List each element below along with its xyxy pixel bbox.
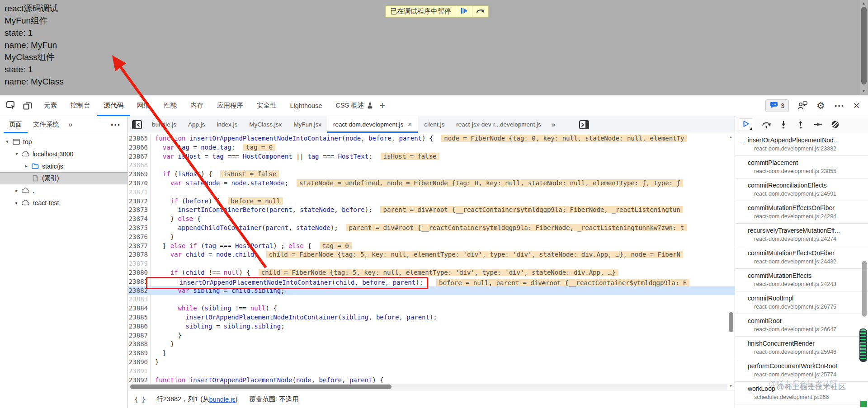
line-number[interactable]: 23866 bbox=[128, 143, 151, 152]
source-map-link[interactable]: bundle.js bbox=[209, 396, 236, 403]
editor-tab-6[interactable]: client.js bbox=[418, 116, 450, 133]
page-scrollbar-thumb[interactable] bbox=[861, 7, 867, 84]
line-number[interactable]: 23873 bbox=[128, 206, 151, 215]
expander-closed-icon[interactable] bbox=[13, 188, 20, 193]
hide-navigator-icon[interactable] bbox=[132, 120, 142, 129]
scroll-up-icon[interactable] bbox=[727, 134, 735, 140]
callstack-frame[interactable]: finishConcurrentRenderreact-dom.developm… bbox=[735, 337, 868, 359]
main-tab-5[interactable]: 内存 bbox=[184, 95, 210, 116]
resume-button[interactable] bbox=[456, 6, 472, 17]
main-tab-2[interactable]: 源代码 bbox=[97, 95, 131, 116]
scroll-down-icon[interactable] bbox=[860, 88, 868, 94]
line-number[interactable]: 23885 bbox=[128, 313, 151, 322]
editor-tab-7[interactable]: react-jsx-dev-r...development.js bbox=[450, 116, 547, 133]
editor-tab-4[interactable]: MyFun.jsx bbox=[288, 116, 327, 133]
editor-tab-0[interactable]: bundle.js bbox=[146, 116, 182, 133]
sidebar-tree-item[interactable]: react-test bbox=[0, 197, 127, 209]
scroll-down-icon[interactable] bbox=[727, 383, 735, 389]
expander-closed-icon[interactable] bbox=[23, 163, 30, 169]
line-number[interactable]: 23875 bbox=[128, 224, 151, 233]
resume-script-button[interactable] bbox=[739, 118, 753, 131]
callstack-frame[interactable]: commitMutationEffectsreact-dom.developme… bbox=[735, 269, 868, 291]
feedback-icon[interactable] bbox=[797, 101, 807, 110]
callstack-frame[interactable]: commitRootImplreact-dom.development.js:2… bbox=[735, 291, 868, 314]
deactivate-breakpoints-icon[interactable] bbox=[826, 120, 844, 129]
code-horizontal-scrollbar[interactable] bbox=[128, 384, 727, 390]
navigator-more-icon[interactable] bbox=[110, 119, 120, 131]
editor-tab-5[interactable]: react-dom.development.js bbox=[327, 116, 418, 133]
step-button[interactable] bbox=[472, 6, 488, 17]
line-number[interactable]: 23886 bbox=[128, 322, 151, 331]
more-options-icon[interactable] bbox=[834, 100, 844, 112]
line-number[interactable]: 23865 bbox=[128, 134, 151, 143]
line-number[interactable]: 23883 bbox=[128, 295, 151, 304]
sidebar-tree-item[interactable]: static/js bbox=[0, 160, 127, 172]
line-number[interactable]: 23876 bbox=[128, 233, 151, 242]
more-editor-tabs-icon[interactable] bbox=[547, 120, 560, 129]
pretty-print-icon[interactable] bbox=[134, 396, 146, 403]
line-number[interactable]: 23884 bbox=[128, 304, 151, 313]
device-toolbar-icon[interactable] bbox=[21, 99, 34, 113]
show-debugger-panel-icon[interactable] bbox=[579, 120, 589, 129]
main-tab-6[interactable]: 应用程序 bbox=[210, 95, 250, 116]
callstack-frame[interactable]: commitRootreact-dom.development.js:26647 bbox=[735, 314, 868, 337]
line-number[interactable]: 23867 bbox=[128, 152, 151, 161]
sidebar-tree-item[interactable]: localhost:3000 bbox=[0, 148, 127, 160]
main-tab-4[interactable]: 性能 bbox=[157, 95, 184, 116]
step-icon[interactable] bbox=[809, 122, 826, 127]
console-messages-badge[interactable]: 3 bbox=[765, 99, 789, 112]
callstack-frame[interactable]: performConcurrentWorkOnRootreact-dom.dev… bbox=[735, 359, 868, 382]
main-tab-9[interactable]: CSS 概述 bbox=[329, 95, 371, 116]
editor-tab-1[interactable]: App.js bbox=[182, 116, 211, 133]
close-tab-icon[interactable] bbox=[407, 121, 412, 128]
line-number[interactable]: 23874 bbox=[128, 215, 151, 224]
callstack-frame[interactable]: commitReconciliationEffectsreact-dom.dev… bbox=[735, 178, 868, 201]
inspect-element-icon[interactable] bbox=[5, 99, 18, 113]
callstack-frame[interactable]: recursivelyTraverseMutationEff...react-d… bbox=[735, 224, 868, 246]
page-scrollbar[interactable] bbox=[860, 0, 868, 94]
line-number[interactable]: 23887 bbox=[128, 331, 151, 340]
more-navigator-tabs-icon[interactable] bbox=[65, 120, 76, 129]
editor-tab-3[interactable]: MyClass.jsx bbox=[243, 116, 288, 133]
line-number[interactable]: 23888 bbox=[128, 340, 151, 349]
expander-closed-icon[interactable] bbox=[13, 200, 20, 206]
main-tab-0[interactable]: 元素 bbox=[37, 95, 64, 116]
sidebar-tree-item[interactable]: top bbox=[0, 136, 127, 148]
step-over-icon[interactable] bbox=[758, 121, 775, 128]
line-number[interactable]: 23891 bbox=[128, 367, 151, 376]
line-number[interactable]: 23871 bbox=[128, 188, 151, 197]
line-number[interactable]: 23877 bbox=[128, 242, 151, 251]
code-vertical-scrollbar[interactable] bbox=[727, 133, 735, 390]
navigator-tab-0[interactable]: 页面 bbox=[4, 116, 28, 133]
sidebar-tree-item[interactable]: (索引) bbox=[0, 172, 127, 184]
expander-open-icon[interactable] bbox=[4, 139, 11, 145]
more-tools-plus-icon[interactable] bbox=[374, 100, 391, 112]
line-number[interactable]: 23870 bbox=[128, 179, 151, 188]
close-devtools-icon[interactable] bbox=[853, 101, 860, 111]
step-out-icon[interactable] bbox=[792, 121, 809, 129]
callstack-scrollbar-thumb[interactable] bbox=[862, 261, 867, 317]
callstack-frame[interactable]: commitMutationEffectsOnFiberreact-dom.de… bbox=[735, 201, 868, 224]
sidebar-tree-item[interactable]: . bbox=[0, 184, 127, 197]
step-into-icon[interactable] bbox=[775, 121, 792, 129]
callstack-frame[interactable]: insertOrAppendPlacementNod...react-dom.d… bbox=[735, 133, 868, 156]
line-number[interactable]: 23878 bbox=[128, 250, 151, 259]
gear-icon[interactable] bbox=[816, 100, 825, 111]
line-number[interactable]: 23868 bbox=[128, 161, 151, 170]
editor-tab-2[interactable]: index.js bbox=[211, 116, 244, 133]
line-number[interactable]: 23879 bbox=[128, 259, 151, 268]
code-vscroll-thumb[interactable] bbox=[729, 312, 733, 332]
main-tab-1[interactable]: 控制台 bbox=[64, 95, 97, 116]
callstack-frame[interactable]: commitPlacementreact-dom.development.js:… bbox=[735, 156, 868, 178]
line-number[interactable]: 23869 bbox=[128, 170, 151, 179]
code-hscroll-thumb[interactable] bbox=[130, 385, 392, 389]
line-number[interactable]: 23880 bbox=[128, 268, 151, 277]
line-number[interactable]: 23872 bbox=[128, 197, 151, 206]
line-number[interactable]: 23890 bbox=[128, 358, 151, 367]
navigator-tab-1[interactable]: 文件系统 bbox=[28, 116, 65, 133]
main-tab-8[interactable]: Lighthouse bbox=[283, 95, 329, 116]
callstack-frame[interactable]: commitMutationEffectsOnFiberreact-dom.de… bbox=[735, 246, 868, 269]
main-tab-3[interactable]: 网络 bbox=[130, 95, 157, 116]
main-tab-7[interactable]: 安全性 bbox=[250, 95, 283, 116]
line-number[interactable]: 23889 bbox=[128, 349, 151, 358]
